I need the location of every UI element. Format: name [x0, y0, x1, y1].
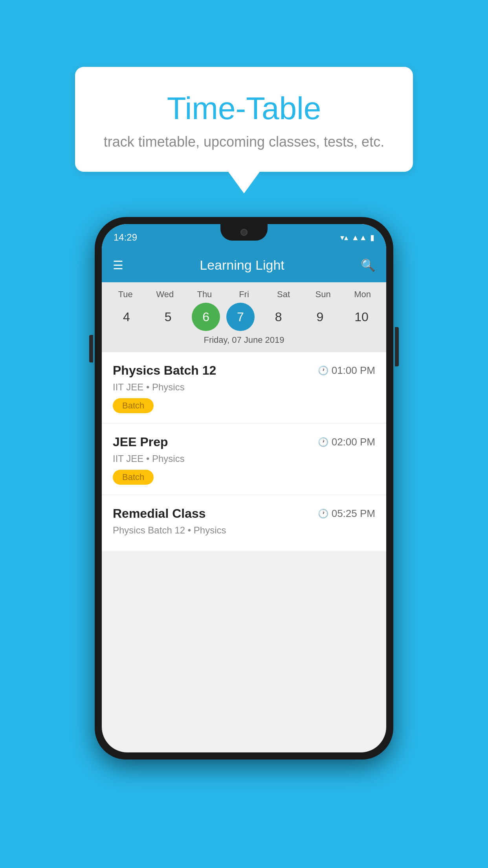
phone-notch	[220, 224, 268, 241]
day-num-4[interactable]: 4	[109, 303, 144, 331]
speech-bubble: Time-Table track timetable, upcoming cla…	[75, 67, 413, 172]
class-card-1[interactable]: JEE Prep🕐 02:00 PMIIT JEE • PhysicsBatch	[102, 424, 386, 494]
clock-icon: 🕐	[318, 509, 328, 519]
class-subtitle-0: IIT JEE • Physics	[113, 382, 375, 393]
batch-badge-0: Batch	[113, 398, 154, 413]
app-bar: ☰ Learning Light 🔍	[102, 248, 386, 282]
classes-container: Physics Batch 12🕐 01:00 PMIIT JEE • Phys…	[102, 352, 386, 552]
search-icon[interactable]: 🔍	[361, 258, 375, 272]
class-subtitle-2: Physics Batch 12 • Physics	[113, 525, 375, 536]
day-name-fri: Fri	[226, 289, 262, 300]
calendar-strip: TueWedThuFriSatSunMon 45678910 Friday, 0…	[102, 282, 386, 352]
notch-camera	[240, 229, 248, 236]
wifi-icon: ▾▴	[340, 233, 348, 242]
days-numbers[interactable]: 45678910	[106, 303, 382, 331]
class-title-0: Physics Batch 12	[113, 363, 216, 378]
day-num-7[interactable]: 7	[226, 303, 255, 331]
class-title-1: JEE Prep	[113, 435, 168, 449]
day-num-10[interactable]: 10	[344, 303, 379, 331]
classes-list: Physics Batch 12🕐 01:00 PMIIT JEE • Phys…	[102, 352, 386, 752]
day-num-6[interactable]: 6	[192, 303, 220, 331]
day-num-9[interactable]: 9	[302, 303, 338, 331]
phone-inner: 14:29 ▾▴ ▲▲ ▮ ☰ Learning Light 🔍 TueWedT…	[102, 224, 386, 752]
class-card-0[interactable]: Physics Batch 12🕐 01:00 PMIIT JEE • Phys…	[102, 352, 386, 423]
hamburger-icon[interactable]: ☰	[113, 258, 123, 272]
status-icons: ▾▴ ▲▲ ▮	[340, 233, 374, 242]
class-time-0: 🕐 01:00 PM	[318, 364, 375, 377]
phone-outer: 14:29 ▾▴ ▲▲ ▮ ☰ Learning Light 🔍 TueWedT…	[95, 217, 393, 760]
day-name-thu: Thu	[187, 289, 222, 300]
class-card-2[interactable]: Remedial Class🕐 05:25 PMPhysics Batch 12…	[102, 495, 386, 551]
day-name-sun: Sun	[305, 289, 341, 300]
bubble-title: Time-Table	[95, 90, 393, 127]
speech-bubble-arrow	[228, 172, 260, 193]
class-card-header-1: JEE Prep🕐 02:00 PM	[113, 435, 375, 449]
day-name-wed: Wed	[147, 289, 183, 300]
class-time-2: 🕐 05:25 PM	[318, 508, 375, 520]
phone-container: 14:29 ▾▴ ▲▲ ▮ ☰ Learning Light 🔍 TueWedT…	[95, 217, 393, 760]
clock-icon: 🕐	[318, 437, 328, 447]
day-name-sat: Sat	[266, 289, 301, 300]
selected-date-label: Friday, 07 June 2019	[106, 335, 382, 347]
class-time-1: 🕐 02:00 PM	[318, 436, 375, 448]
clock-icon: 🕐	[318, 366, 328, 376]
batch-badge-1: Batch	[113, 470, 154, 485]
days-header: TueWedThuFriSatSunMon	[106, 289, 382, 300]
battery-icon: ▮	[370, 233, 374, 242]
status-time: 14:29	[114, 232, 137, 243]
phone-content: 14:29 ▾▴ ▲▲ ▮ ☰ Learning Light 🔍 TueWedT…	[102, 224, 386, 752]
class-subtitle-1: IIT JEE • Physics	[113, 453, 375, 464]
day-num-5[interactable]: 5	[150, 303, 186, 331]
class-card-header-2: Remedial Class🕐 05:25 PM	[113, 506, 375, 521]
day-name-mon: Mon	[345, 289, 380, 300]
app-bar-title: Learning Light	[200, 257, 284, 273]
bubble-subtitle: track timetable, upcoming classes, tests…	[95, 134, 393, 150]
speech-bubble-container: Time-Table track timetable, upcoming cla…	[75, 67, 413, 193]
class-card-header-0: Physics Batch 12🕐 01:00 PM	[113, 363, 375, 378]
day-num-8[interactable]: 8	[261, 303, 296, 331]
signal-icon: ▲▲	[351, 233, 367, 242]
day-name-tue: Tue	[108, 289, 143, 300]
class-title-2: Remedial Class	[113, 506, 206, 521]
